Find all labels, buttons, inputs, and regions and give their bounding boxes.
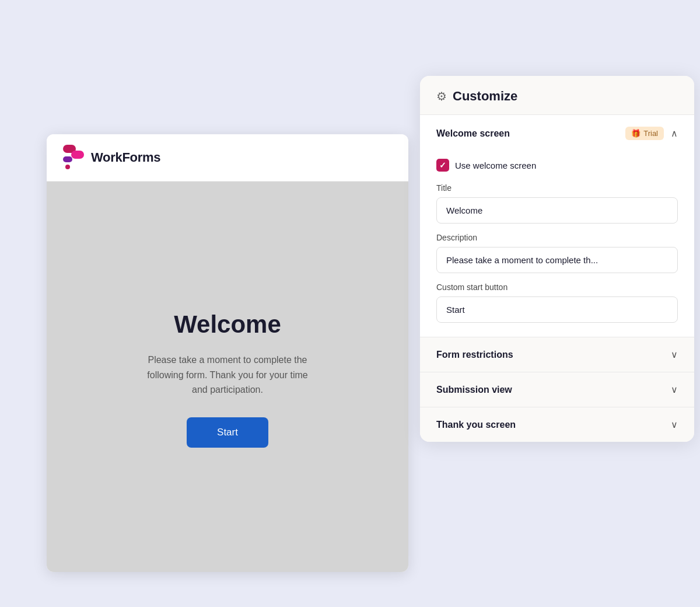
use-welcome-screen-checkbox[interactable] [436, 159, 449, 172]
use-welcome-screen-label: Use welcome screen [455, 161, 536, 170]
form-restrictions-title: Form restrictions [436, 350, 513, 360]
custom-start-button-label: Custom start button [436, 282, 678, 292]
preview-header: WorkForms [47, 134, 408, 182]
trial-badge-label: Trial [643, 129, 658, 138]
welcome-screen-chevron: ∧ [671, 128, 678, 139]
form-restrictions-section-header[interactable]: Form restrictions ∨ [420, 337, 694, 372]
welcome-screen-section: Welcome screen 🎁 Trial ∧ Use welcome scr… [420, 114, 694, 337]
use-welcome-screen-row[interactable]: Use welcome screen [436, 159, 678, 172]
thank-you-screen-section-header[interactable]: Thank you screen ∨ [420, 407, 694, 442]
customize-header: ⚙ Customize [420, 76, 694, 114]
submission-view-title: Submission view [436, 385, 512, 395]
preview-body: Welcome Please take a moment to complete… [47, 182, 408, 572]
thank-you-screen-chevron: ∨ [671, 419, 678, 430]
gift-icon: 🎁 [631, 129, 640, 138]
welcome-screen-content: Use welcome screen Title Description Cus… [420, 152, 694, 337]
customize-title: Customize [453, 89, 517, 104]
gear-icon: ⚙ [436, 89, 447, 103]
workforms-logo-icon [63, 145, 84, 170]
submission-view-section: Submission view ∨ [420, 372, 694, 407]
submission-view-section-header[interactable]: Submission view ∨ [420, 372, 694, 407]
preview-panel: WorkForms Welcome Please take a moment t… [47, 134, 408, 572]
preview-description: Please take a moment to complete the fol… [140, 353, 315, 397]
welcome-screen-header-right: 🎁 Trial ∧ [625, 127, 678, 140]
svg-rect-2 [63, 156, 72, 162]
preview-welcome-title: Welcome [174, 311, 281, 339]
trial-badge: 🎁 Trial [625, 127, 664, 140]
title-input[interactable] [436, 197, 678, 224]
submission-view-chevron: ∨ [671, 384, 678, 395]
description-input[interactable] [436, 247, 678, 273]
form-restrictions-chevron: ∨ [671, 349, 678, 360]
title-field-label: Title [436, 183, 678, 193]
thank-you-screen-section: Thank you screen ∨ [420, 407, 694, 442]
svg-point-3 [65, 165, 70, 169]
customize-panel: ⚙ Customize Welcome screen 🎁 Trial ∧ Use… [420, 76, 694, 442]
welcome-screen-title: Welcome screen [436, 128, 510, 139]
start-button-input[interactable] [436, 296, 678, 323]
svg-rect-1 [71, 151, 84, 159]
form-restrictions-section: Form restrictions ∨ [420, 337, 694, 372]
preview-app-title: WorkForms [91, 150, 160, 165]
thank-you-screen-title: Thank you screen [436, 420, 516, 430]
description-field-label: Description [436, 233, 678, 242]
preview-start-button[interactable]: Start [187, 417, 268, 448]
welcome-screen-section-header[interactable]: Welcome screen 🎁 Trial ∧ [420, 115, 694, 152]
